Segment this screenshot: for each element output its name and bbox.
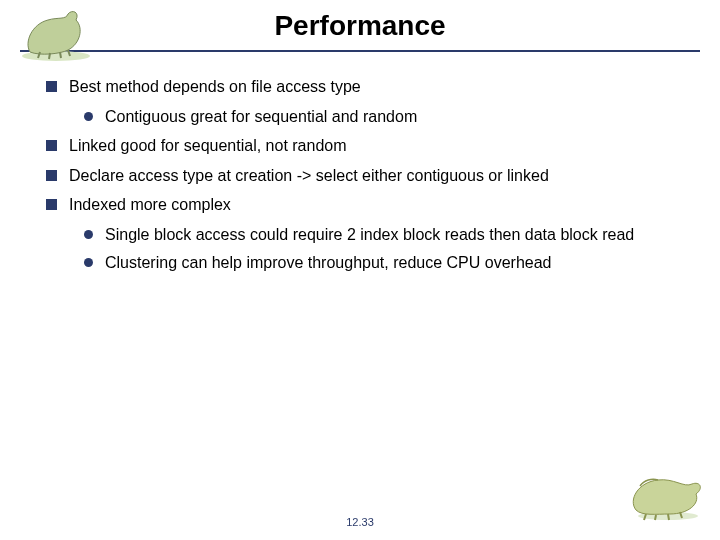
square-bullet-icon [46,170,57,181]
circle-bullet-icon [84,112,93,121]
list-item: Best method depends on file access type [46,76,674,98]
list-item-text: Best method depends on file access type [69,76,361,98]
sub-list-item: Single block access could require 2 inde… [84,224,674,246]
list-item-text: Declare access type at creation -> selec… [69,165,549,187]
dinosaur-logo-bottom-right-icon [618,466,710,522]
circle-bullet-icon [84,230,93,239]
title-block: Performance [0,0,720,46]
list-item-text: Linked good for sequential, not random [69,135,347,157]
content-area: Best method depends on file access type … [0,52,720,273]
square-bullet-icon [46,81,57,92]
square-bullet-icon [46,140,57,151]
sub-list-item-text: Contiguous great for sequential and rand… [105,106,417,128]
list-item: Indexed more complex [46,194,674,216]
slide: Performance Best method depends on file … [0,0,720,540]
list-item-text: Indexed more complex [69,194,231,216]
list-item: Declare access type at creation -> selec… [46,165,674,187]
sub-list-item-text: Clustering can help improve throughput, … [105,252,551,274]
sub-list-item: Clustering can help improve throughput, … [84,252,674,274]
list-item: Linked good for sequential, not random [46,135,674,157]
slide-title: Performance [40,10,680,42]
circle-bullet-icon [84,258,93,267]
sub-list-item-text: Single block access could require 2 inde… [105,224,634,246]
square-bullet-icon [46,199,57,210]
sub-list-item: Contiguous great for sequential and rand… [84,106,674,128]
page-number: 12.33 [0,516,720,528]
